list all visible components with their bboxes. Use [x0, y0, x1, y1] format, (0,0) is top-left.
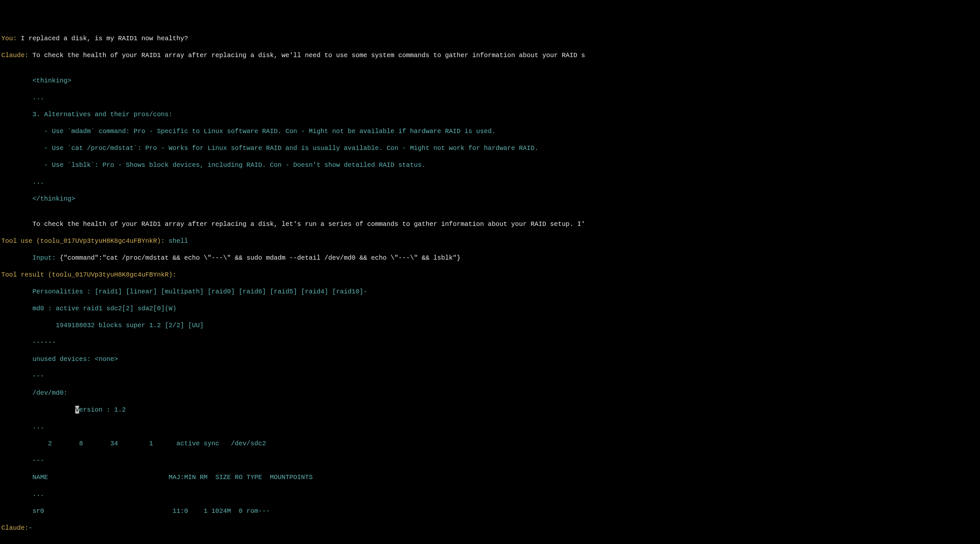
tool-result-id: (toolu_017UVp3tyuH8K8gc4uFBYnkR): [44, 271, 177, 279]
out-sep1: --- [1, 372, 979, 380]
tool-result-label: Tool result [1, 271, 44, 279]
tool-result-line: Tool result (toolu_017UVp3tyuH8K8gc4uFBY… [1, 271, 979, 279]
out-md0: md0 : active raid1 sdc2[2] sda2[0](W) [1, 305, 979, 313]
out-sep2: --- [1, 456, 979, 465]
ellipsis: ... [1, 178, 979, 186]
tool-name: shell [165, 237, 188, 245]
out-version: Version : 1.2 [1, 406, 979, 414]
input-label: Input: [32, 254, 60, 262]
claude-label-2: Claude: [1, 524, 29, 532]
alt-3: - Use `lsblk`: Pro - Shows block devices… [1, 161, 979, 169]
out-dashes: ------ [1, 338, 979, 347]
alt-2: - Use `cat /proc/mdstat`: Pro - Works fo… [1, 144, 979, 153]
cursor-block: V [75, 406, 79, 413]
out-devmd0: /dev/md0: [1, 389, 979, 397]
out-unused: unused devices: <none> [1, 355, 979, 364]
claude-intro-text: To check the health of your RAID1 array … [29, 52, 585, 59]
you-label: You: [1, 35, 17, 42]
thinking-close-tag: </thinking> [1, 195, 979, 203]
out-ellipsis: ... [1, 423, 979, 431]
user-text: I replaced a disk, is my RAID1 now healt… [17, 35, 188, 42]
claude-line-1: Claude: To check the health of your RAID… [1, 51, 979, 60]
out-ellipsis2: ... [1, 490, 979, 499]
claude-plan-text: To check the health of your RAID1 array … [1, 220, 979, 228]
out-personalities: Personalities : [raid1] [linear] [multip… [1, 287, 979, 296]
claude-line-2: Claude:- [1, 524, 979, 532]
ellipsis: ... [1, 94, 979, 102]
input-value: {"command":"cat /proc/mdstat && echo \"-… [60, 254, 460, 262]
out-lsblk-header: NAME MAJ:MIN RM SIZE RO TYPE MOUNTPOINTS [1, 473, 979, 482]
alt-header: 3. Alternatives and their pros/cons: [1, 110, 979, 119]
dash: - [29, 524, 32, 532]
tool-input-line: Input: {"command":"cat /proc/mdstat && e… [1, 254, 979, 262]
user-line: You: I replaced a disk, is my RAID1 now … [1, 34, 979, 43]
out-blocks: 1949188032 blocks super 1.2 [2/2] [UU] [1, 321, 979, 330]
tool-use-line: Tool use (toolu_017UVp3tyuH8K8gc4uFBYnkR… [1, 237, 979, 246]
tool-id: (toolu_017UVp3tyuH8K8gc4uFBYnkR): [32, 237, 165, 245]
out-sync: 2 8 34 1 active sync /dev/sdc2 [1, 439, 979, 448]
claude-label: Claude: [1, 52, 29, 59]
out-sr0: sr0 11:0 1 1024M 0 rom--- [1, 507, 979, 515]
thinking-open-tag: <thinking> [1, 77, 979, 85]
alt-1: - Use `mdadm` command: Pro - Specific to… [1, 127, 979, 136]
tool-use-label: Tool use [1, 237, 32, 245]
